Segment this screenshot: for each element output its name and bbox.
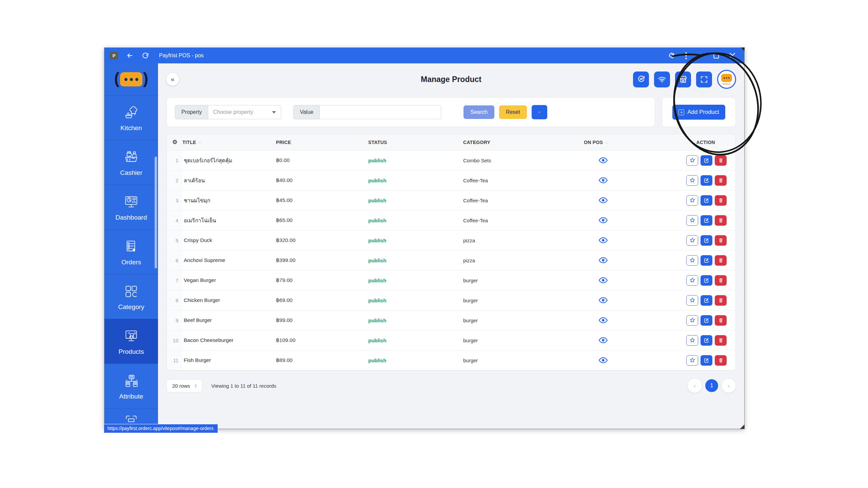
product-price: ฿45.00	[276, 197, 368, 203]
add-product-button[interactable]: + Add Product	[672, 105, 725, 120]
table-row[interactable]: 6 Anchovi Supreme ฿399.00 publish pizza	[167, 250, 735, 270]
table-row[interactable]: 1 ชุดเบอร์เกอร์ไก่สุดคุ้ม ฿0.00 publish …	[167, 150, 735, 170]
on-pos-toggle[interactable]	[584, 217, 672, 223]
favorite-button[interactable]	[686, 155, 698, 166]
edit-button[interactable]	[701, 235, 712, 246]
column-header-title[interactable]: TITLE↑↓	[182, 140, 276, 145]
edit-button[interactable]	[701, 335, 712, 346]
edit-button[interactable]	[701, 275, 712, 286]
on-pos-toggle[interactable]	[584, 277, 672, 283]
sidebar-item-orders[interactable]: Orders	[104, 229, 158, 274]
favorite-button[interactable]	[686, 315, 698, 326]
barcode-scan-button[interactable]	[532, 105, 547, 119]
favorite-button[interactable]	[686, 215, 698, 226]
edit-button[interactable]	[701, 215, 712, 226]
on-pos-toggle[interactable]	[584, 337, 672, 343]
sidebar-item-products[interactable]: Products	[104, 319, 158, 364]
chevron-down-icon	[272, 111, 276, 114]
reset-button[interactable]: Reset	[499, 105, 527, 119]
favorite-button[interactable]	[686, 175, 698, 186]
product-title: Fish Burger	[182, 357, 276, 363]
updown-icon: ▴▾	[195, 383, 197, 388]
delete-button[interactable]	[715, 215, 727, 226]
sidebar-scrollbar[interactable]	[155, 157, 157, 268]
delete-button[interactable]	[715, 235, 727, 246]
on-pos-toggle[interactable]	[584, 177, 672, 183]
favorite-button[interactable]	[686, 355, 698, 366]
on-pos-toggle[interactable]	[584, 357, 672, 363]
favorite-button[interactable]	[686, 335, 698, 346]
close-icon[interactable]	[729, 53, 735, 59]
edit-button[interactable]	[701, 195, 712, 206]
table-row[interactable]: 4 อเมริกาโน่เย็น ฿65.00 publish Coffee-T…	[167, 210, 735, 230]
sidebar-item-dashboard[interactable]: Dashboard	[104, 185, 158, 229]
sidebar-item-attribute[interactable]: Attribute	[104, 364, 158, 408]
delete-button[interactable]	[715, 175, 727, 186]
favorite-button[interactable]	[686, 195, 698, 206]
sidebar-item-category[interactable]: Category	[104, 274, 158, 319]
column-header-status[interactable]: STATUS	[368, 140, 463, 145]
property-select[interactable]: Choose property	[208, 105, 281, 119]
column-header-price[interactable]: PRICE	[276, 140, 368, 145]
product-title: Crispy Duck	[182, 237, 276, 243]
column-header-onpos[interactable]: ON POS↑↓	[584, 140, 672, 145]
menu-icon[interactable]	[685, 52, 687, 59]
delete-button[interactable]	[715, 195, 727, 206]
edit-button[interactable]	[701, 355, 712, 366]
minimize-icon[interactable]	[697, 53, 703, 59]
on-pos-toggle[interactable]	[584, 197, 672, 203]
resize-handle[interactable]	[740, 424, 745, 429]
extensions-icon[interactable]	[668, 52, 675, 59]
value-input[interactable]	[320, 105, 441, 119]
edit-button[interactable]	[701, 255, 712, 266]
table-row[interactable]: 3 ชานมไข่มุก ฿45.00 publish Coffee-Tea	[167, 190, 735, 210]
favorite-button[interactable]	[686, 235, 698, 246]
on-pos-toggle[interactable]	[584, 317, 672, 323]
maximize-icon[interactable]	[713, 53, 719, 59]
on-pos-toggle[interactable]	[584, 257, 672, 263]
table-row[interactable]: 5 Crispy Duck ฿320.00 publish pizza	[167, 230, 735, 250]
column-header-category[interactable]: CATEGORY	[463, 140, 584, 145]
delete-button[interactable]	[715, 335, 727, 346]
on-pos-toggle[interactable]	[584, 297, 672, 303]
edit-button[interactable]	[701, 315, 712, 326]
delete-button[interactable]	[715, 275, 727, 286]
wifi-button[interactable]	[654, 72, 670, 87]
next-page-button[interactable]: ›	[722, 379, 736, 393]
table-row[interactable]: 8 Chicken Burger ฿69.00 publish burger	[167, 290, 735, 310]
table-row[interactable]: 11 Fish Burger ฿89.00 publish burger	[167, 350, 735, 370]
on-pos-toggle[interactable]	[584, 237, 672, 243]
rows-per-page-select[interactable]: 20 rows ▴▾	[166, 379, 202, 392]
favorite-button[interactable]	[686, 255, 698, 266]
sidebar-item-kitchen[interactable]: Kitchen	[104, 95, 158, 140]
eye-icon	[599, 357, 608, 363]
prev-page-button[interactable]: ‹	[688, 379, 702, 393]
eye-icon	[599, 217, 608, 223]
table-row[interactable]: 10 Bacon Cheeseburger ฿109.00 publish bu…	[167, 330, 735, 350]
edit-button[interactable]	[701, 295, 712, 306]
table-row[interactable]: 7 Vegan Burger ฿79.00 publish burger	[167, 270, 735, 290]
fullscreen-button[interactable]	[696, 72, 712, 87]
table-row[interactable]: 2 ลาเต้ร้อน ฿40.00 publish Coffee-Tea	[167, 170, 735, 190]
refresh-icon[interactable]	[142, 52, 149, 59]
back-icon[interactable]	[126, 52, 134, 59]
delete-button[interactable]	[715, 255, 727, 266]
sync-button[interactable]	[633, 72, 649, 87]
store-button[interactable]	[675, 72, 691, 87]
delete-button[interactable]	[715, 295, 727, 306]
favorite-button[interactable]	[686, 295, 698, 306]
brand-logo[interactable]: ( )	[104, 63, 158, 95]
table-row[interactable]: 9 Beef Burger ฿99.00 publish burger	[167, 310, 735, 330]
edit-button[interactable]	[701, 175, 712, 186]
avatar[interactable]: OrderC	[717, 70, 736, 89]
sidebar-item-cashier[interactable]: Cashier	[104, 140, 158, 185]
favorite-button[interactable]	[686, 275, 698, 286]
search-button[interactable]: Search	[463, 105, 494, 119]
page-number-button[interactable]: 1	[705, 379, 718, 392]
on-pos-toggle[interactable]	[584, 157, 672, 163]
delete-button[interactable]	[715, 355, 727, 366]
delete-button[interactable]	[715, 155, 727, 166]
edit-button[interactable]	[701, 155, 712, 166]
column-settings-icon[interactable]: ⚙	[167, 139, 182, 146]
delete-button[interactable]	[715, 315, 727, 326]
